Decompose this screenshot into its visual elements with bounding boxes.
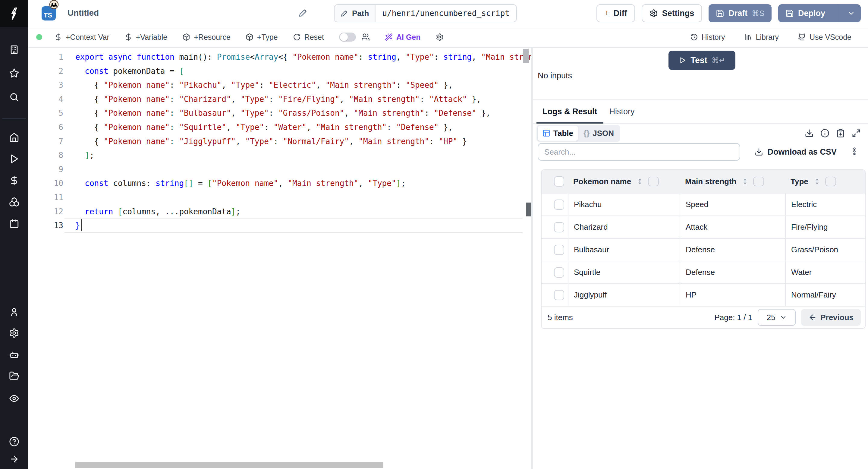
test-button[interactable]: Test ⌘↵: [669, 51, 735, 70]
table-cell: Charizard: [568, 216, 680, 238]
sort-icon[interactable]: [813, 178, 821, 185]
path-value[interactable]: u/henri/unencumbered_script: [375, 5, 516, 22]
reset-button[interactable]: Reset: [293, 33, 324, 41]
table-row: SquirtleDefenseWater: [541, 261, 865, 283]
more-options-kebab-icon[interactable]: [850, 147, 859, 157]
download-icon[interactable]: [805, 129, 814, 138]
ai-gen-button[interactable]: AI Gen: [385, 33, 421, 41]
dollar-icon: [54, 33, 62, 41]
table-cell: Bulbasaur: [568, 239, 680, 261]
braces-icon: {}: [584, 129, 590, 138]
deploy-dropdown-button[interactable]: [841, 4, 861, 22]
view-table-button[interactable]: Table: [538, 126, 578, 141]
expand-sidebar-arrow-icon[interactable]: [7, 452, 21, 466]
top-bar: TS Untitled Path u/henri/unencumbered_sc…: [28, 0, 868, 27]
overview-ruler-cursor-marker: [526, 202, 531, 216]
workspace-building-icon[interactable]: [7, 43, 21, 56]
add-type-button[interactable]: +Type: [246, 33, 278, 41]
line-number: 12: [33, 205, 63, 219]
column-handle[interactable]: [825, 177, 836, 186]
column-handle[interactable]: [753, 177, 764, 186]
info-icon[interactable]: [820, 129, 830, 138]
add-variable-button[interactable]: +Variable: [124, 33, 167, 41]
download-csv-button[interactable]: Download as CSV: [755, 147, 837, 157]
table-footer: 5 items Page: 1 / 1 25 Previous: [541, 306, 865, 328]
sort-icon[interactable]: [636, 178, 644, 185]
folders-icon[interactable]: [7, 369, 21, 382]
previous-page-button[interactable]: Previous: [801, 309, 861, 326]
variables-dollar-icon[interactable]: [7, 174, 21, 187]
tab-logs-and-result[interactable]: Logs & Result: [536, 100, 603, 123]
history-button[interactable]: History: [690, 33, 725, 41]
diff-button[interactable]: ± Diff: [596, 4, 635, 22]
row-checkbox[interactable]: [554, 245, 564, 255]
arrow-left-icon: [808, 313, 817, 322]
column-handle[interactable]: [648, 177, 659, 186]
sort-icon[interactable]: [741, 178, 749, 185]
row-checkbox[interactable]: [554, 268, 564, 278]
search-icon[interactable]: [7, 90, 21, 104]
editor-settings-gear-icon[interactable]: [436, 33, 444, 41]
gear-icon: [436, 33, 444, 41]
add-context-var-button[interactable]: +Context Var: [54, 33, 110, 41]
favorites-star-icon[interactable]: [7, 67, 21, 80]
code-editor[interactable]: 12345678910111213 export async function …: [28, 48, 531, 469]
table-row: JigglypuffHPNormal/Fairy: [541, 283, 865, 306]
text-cursor: [81, 219, 82, 231]
code-line: const columns: string[] = ["Pokemon name…: [75, 176, 406, 190]
table-cell: Defense: [680, 261, 785, 283]
row-checkbox[interactable]: [554, 199, 564, 210]
line-number: 4: [33, 92, 63, 106]
help-icon[interactable]: [7, 435, 21, 448]
search-input[interactable]: [538, 143, 740, 161]
workers-robot-icon[interactable]: [7, 348, 21, 362]
table-cell: Pikachu: [568, 193, 680, 216]
path-control[interactable]: Path u/henri/unencumbered_script: [334, 4, 517, 22]
deploy-button[interactable]: Deploy: [778, 4, 861, 22]
tab-history[interactable]: History: [603, 100, 641, 123]
table-row: CharizardAttackFire/Flying: [541, 216, 865, 238]
expand-fullscreen-icon[interactable]: [852, 129, 861, 138]
home-icon[interactable]: [7, 130, 21, 144]
history-clock-icon: [690, 33, 698, 41]
library-button[interactable]: Library: [744, 33, 779, 41]
plus-minus-icon: ±: [604, 9, 609, 18]
draft-button[interactable]: Draft ⌘S: [709, 4, 772, 22]
runs-play-icon[interactable]: [7, 152, 21, 165]
use-vscode-button[interactable]: Use VScode: [798, 33, 851, 41]
audit-eye-icon[interactable]: [7, 392, 21, 405]
permissions-toggle[interactable]: [339, 33, 356, 41]
schedules-calendar-icon[interactable]: [7, 217, 21, 230]
download-icon: [755, 148, 763, 156]
view-json-button[interactable]: {} JSON: [579, 126, 619, 141]
deploy-main[interactable]: Deploy: [778, 4, 832, 22]
settings-gear-icon[interactable]: [7, 326, 21, 340]
user-icon[interactable]: [7, 305, 21, 319]
row-checkbox[interactable]: [554, 222, 564, 232]
deploy-divider: [837, 4, 837, 22]
table-cell: Fire/Flying: [785, 216, 865, 238]
table-cell: Attack: [680, 216, 785, 238]
run-panel: Test ⌘↵ No inputs Logs & Result History …: [533, 48, 868, 469]
result-search-row: Download as CSV: [533, 143, 868, 161]
code-line: const pokemonData = [: [75, 64, 184, 79]
row-checkbox[interactable]: [554, 290, 564, 300]
dollar-icon: [124, 33, 132, 41]
line-number: 1: [33, 50, 63, 64]
settings-button[interactable]: Settings: [642, 4, 702, 22]
horizontal-scrollbar-thumb[interactable]: [75, 462, 383, 468]
windmill-logo[interactable]: [0, 0, 28, 27]
add-resource-button[interactable]: +Resource: [182, 33, 230, 41]
code-line: { "Pokemon name": "Pikachu", "Type": "El…: [75, 78, 453, 92]
current-line-highlight: [64, 218, 523, 233]
vertical-scrollbar-thumb[interactable]: [523, 49, 529, 63]
page-title: Untitled: [67, 8, 99, 18]
play-icon: [678, 56, 686, 64]
pencil-icon: [341, 9, 348, 17]
select-all-checkbox[interactable]: [554, 176, 564, 187]
copy-result-clipboard-icon[interactable]: [836, 129, 845, 138]
sidebar: [0, 0, 28, 469]
edit-title-pencil-icon[interactable]: [299, 8, 308, 19]
resources-cubes-icon[interactable]: [7, 195, 21, 209]
page-size-select[interactable]: 25: [758, 309, 796, 326]
